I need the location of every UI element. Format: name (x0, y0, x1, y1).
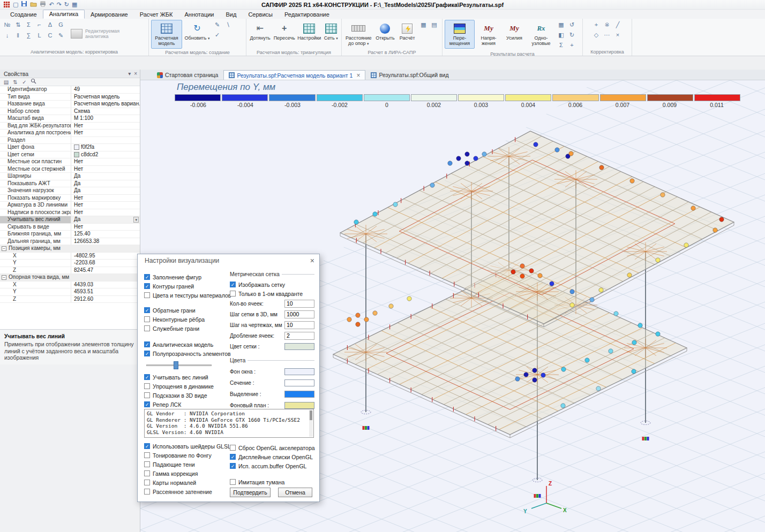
property-value[interactable]: Нет (71, 166, 140, 173)
field-input[interactable] (284, 310, 314, 318)
property-row-14[interactable]: Значения нагрузокДа (0, 187, 140, 195)
layout-icon[interactable]: ▦ (72, 1, 77, 8)
open-in-lira-button[interactable]: Открыть (374, 20, 396, 49)
property-row-23[interactable]: X-4802.95 (0, 253, 140, 260)
property-value[interactable]: Нет (71, 158, 140, 165)
single-node-button[interactable]: Rx Одно- узловые (527, 20, 555, 49)
shader-options-checkbox-5[interactable]: Рассеянное затенение (144, 487, 231, 496)
property-value[interactable]: 49 (71, 86, 140, 93)
color-swatch-button[interactable] (284, 402, 314, 409)
dropdown-icon[interactable]: ▾ (133, 217, 139, 223)
shader-options-checkbox-0[interactable]: ✓Использовать шейдеры GLSL (144, 442, 231, 451)
faces-options-checkbox-1[interactable]: Неконтурные рёбра (144, 315, 205, 324)
menu-tab-2[interactable]: Армирование (85, 11, 134, 19)
property-row-0[interactable]: Идентификатор49 (0, 86, 140, 94)
color-swatch-button[interactable] (284, 368, 314, 375)
undo-icon[interactable]: ↶ (49, 1, 54, 8)
mosaic-small-icon[interactable]: ▦ (556, 20, 566, 29)
field-input[interactable] (284, 332, 314, 340)
field-input[interactable] (284, 321, 314, 329)
pull-button[interactable]: ⇤ Дотянуть (249, 20, 272, 49)
property-row-24[interactable]: Y-2203.68 (0, 260, 140, 267)
cancel-button[interactable]: Отмена (278, 488, 312, 497)
tab-close-icon[interactable]: × (356, 73, 360, 78)
menu-tab-0[interactable]: Создание (4, 11, 43, 19)
property-value[interactable]: Нет (71, 123, 140, 130)
property-value[interactable]: Нет (71, 202, 140, 209)
displacements-button[interactable]: Пере- мещения (445, 20, 475, 49)
document-tab-1[interactable]: Результаты.spf:Расчетная модель вариант … (223, 70, 365, 80)
property-value[interactable]: Нет (71, 130, 140, 136)
triangulation-settings-button[interactable]: Настройки (297, 20, 321, 49)
property-row-29[interactable]: Z2912.60 (0, 296, 140, 303)
pin-icon[interactable]: ▾ (128, 71, 131, 77)
shader-options-checkbox-2[interactable]: Падающие тени (144, 460, 231, 469)
update-model-button[interactable]: ↻ Обновить ▾ (183, 20, 211, 49)
fill-options-checkbox-1[interactable]: ✓Контуры граней (144, 282, 231, 291)
property-row-19[interactable]: Скрывать в видеНет (0, 224, 140, 231)
save-icon[interactable] (21, 1, 27, 9)
sigma-icon[interactable]: ∑ (24, 31, 34, 40)
color-swatch-button[interactable] (284, 379, 314, 386)
property-value[interactable]: Нет (71, 224, 140, 231)
dialog-titlebar[interactable]: Настройки визуализации × (138, 254, 319, 267)
mesh-button[interactable]: Сеть ▾ (322, 20, 339, 49)
property-row-3[interactable]: Набор слоевСхема (0, 108, 140, 116)
property-row-7[interactable]: Раздел (0, 137, 140, 145)
property-row-2[interactable]: Название видаРасчетная модель вариан... (0, 101, 140, 108)
shader-options-checkbox-3[interactable]: Гамма коррекция (144, 469, 231, 478)
property-row-28[interactable]: Y4593.51 (0, 288, 140, 296)
distance-to-supports-button[interactable]: Расстояние до опор ▾ (344, 20, 373, 49)
refresh-icon[interactable]: ↻ (64, 1, 69, 8)
line-icon[interactable]: ╱ (613, 20, 623, 29)
property-row-12[interactable]: ШарнирыДа (0, 173, 140, 180)
field-input[interactable] (284, 300, 314, 308)
calc-model-button[interactable]: Расчетная модель (151, 20, 182, 49)
editable-analytics-button[interactable]: Редактируемая аналитика (68, 22, 123, 45)
property-row-25[interactable]: Z8245.47 (0, 267, 140, 275)
categorize-icon[interactable]: ▤ (3, 79, 10, 86)
fill-options-checkbox-2[interactable]: Цвета и текстуры материалов (144, 291, 231, 300)
intersect-button[interactable]: + Пересечь (273, 20, 296, 49)
property-value[interactable]: -2203.68 (71, 260, 140, 267)
sort-alpha-icon[interactable]: ⇅ (12, 79, 19, 86)
grid-color-swatch[interactable] (284, 343, 314, 350)
properties-panel-header[interactable]: Свойства ▾ × (0, 70, 140, 78)
swap-icon[interactable]: ⇅ (13, 20, 23, 29)
dialog-close-icon[interactable]: × (310, 257, 314, 264)
menu-tab-7[interactable]: Редактирование (279, 11, 335, 19)
property-value[interactable]: -4802.95 (71, 253, 140, 260)
display-options-checkbox-1[interactable]: Упрощения в динамике (144, 382, 214, 391)
property-value[interactable] (71, 137, 140, 144)
property-section-26[interactable]: −Опорная точка вида, мм (0, 274, 140, 282)
property-value[interactable]: 126653.38 (71, 238, 140, 245)
document-tab-2[interactable]: Результаты.spf:Общий вид (366, 70, 453, 80)
property-value[interactable]: Расчетная модель (71, 94, 140, 101)
property-value[interactable]: 125.40 (71, 231, 140, 238)
property-row-8[interactable]: Цвет фонаf0f2fa (0, 144, 140, 151)
half-square-icon[interactable]: ◧ (556, 30, 566, 40)
scrollbar-thumb[interactable] (310, 411, 312, 420)
shader-options-checkbox-4[interactable]: Карты нормалей (144, 478, 231, 487)
display-options-checkbox-3[interactable]: ✓Репер ЛСК (144, 400, 214, 409)
property-row-11[interactable]: Местные оси стержнейНет (0, 166, 140, 173)
property-row-4[interactable]: Масштаб видаМ 1:100 (0, 115, 140, 123)
property-row-10[interactable]: Местные оси пластинНет (0, 158, 140, 166)
cross-icon[interactable]: × (613, 30, 623, 40)
faces-options-checkbox-2[interactable]: Служебные грани (144, 324, 205, 333)
model-options-checkbox-0[interactable]: ✓Аналитическая модель (144, 340, 231, 349)
property-value[interactable]: f0f2fa (71, 144, 140, 151)
app-logo-icon[interactable] (3, 1, 10, 8)
plus-small-icon[interactable]: + (567, 40, 577, 50)
open-folder-icon[interactable] (30, 1, 37, 9)
property-value[interactable]: 8245.47 (71, 267, 140, 274)
table-small-icon[interactable]: ▤ (429, 20, 439, 29)
grid-options-checkbox-1[interactable]: Только в 1-ом квадранте (230, 289, 314, 298)
property-value[interactable]: Да (71, 187, 140, 194)
property-row-18[interactable]: Учитывать вес линийДа▾ (0, 216, 140, 224)
document-tab-0[interactable]: Стартовая страница (152, 70, 223, 80)
property-value[interactable]: Нет (71, 195, 140, 202)
property-value[interactable]: c8dcd2 (71, 151, 140, 158)
transparency-slider[interactable] (146, 361, 212, 369)
edit-icon[interactable]: ✎ (212, 20, 222, 29)
